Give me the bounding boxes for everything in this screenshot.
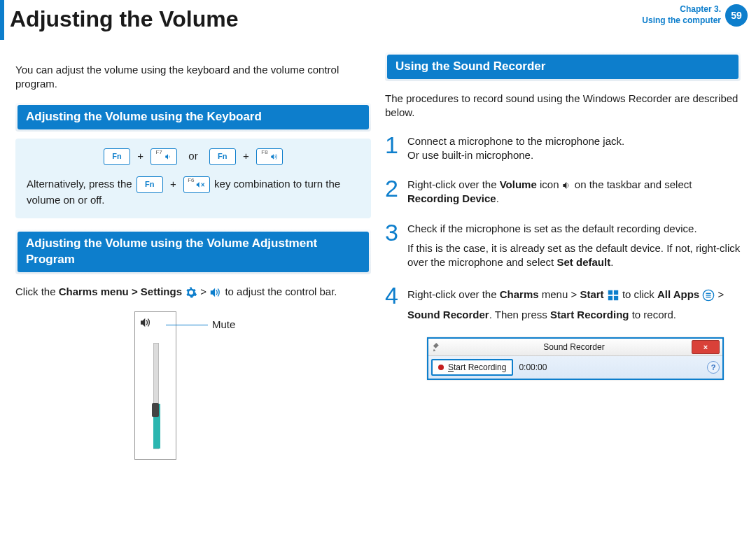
recorder-time: 0:00:00 [519,362,547,373]
settings-gear-icon [185,286,197,299]
recorder-title-text: Sound Recorder [442,341,692,353]
step-number: 4 [385,283,402,325]
fn-key: Fn [104,148,130,165]
keyboard-box: Fn + F7 or Fn + F8 Alternatively, press … [15,139,371,218]
alt-text: Alternatively, press the Fn + F6 key com… [27,176,360,207]
right-column: Using the Sound Recorder The procedures … [385,52,741,460]
volume-icon [209,286,222,299]
all-apps-icon [702,289,715,302]
help-button[interactable]: ? [707,361,720,374]
microphone-icon [433,342,442,352]
charms-text: Click the Charms menu > Settings > to ad… [15,285,371,299]
step-number: 3 [385,220,402,270]
step-4: 4 Right-click over the Charms menu > Sta… [385,283,741,325]
mute-icon [196,181,206,189]
section-keyboard: Adjusting the Volume using the Keyboard [15,103,371,132]
step-number: 1 [385,133,402,163]
page-title: Adjusting the Volume [4,4,642,34]
svg-rect-3 [614,296,618,300]
left-column: You can adjust the volume using the keyb… [15,52,371,460]
chapter-label: Chapter 3. [642,4,721,15]
chapter-info: Chapter 3. Using the computer 59 [642,4,748,27]
start-recording-button[interactable]: Start Recording [431,359,513,376]
svg-rect-1 [614,290,618,295]
fn-key-2: Fn [209,148,236,165]
recorder-titlebar: Sound Recorder × [428,339,722,356]
f8-key: F8 [256,148,283,165]
or-text: or [188,150,197,162]
f7-key: F7 [150,148,177,165]
step-number: 2 [385,176,402,206]
volume-slider-widget: Mute [134,311,176,460]
record-dot-icon [438,365,444,370]
page-header: Adjusting the Volume Chapter 3. Using th… [0,0,756,40]
svg-rect-0 [608,290,612,295]
recorder-body: Start Recording 0:00:00 ? [428,356,722,379]
recorder-intro: The procedures to record sound using the… [385,92,741,120]
volume-track [153,343,159,449]
close-button[interactable]: × [692,340,720,354]
windows-start-icon [607,289,620,302]
volume-widget-icon [139,316,155,329]
sound-recorder-window: Sound Recorder × Start Recording 0:00:00… [427,337,724,380]
intro-text: You can adjust the volume using the keyb… [15,63,371,92]
step-1: 1 Connect a microphone to the microphone… [385,133,741,163]
plus-sign: + [137,150,144,162]
callout-line [166,325,208,325]
plus-sign-2: + [243,150,249,162]
section-recorder: Using the Sound Recorder [385,52,741,81]
f6-key: F6 [183,176,210,193]
volume-down-icon [164,153,172,161]
chapter-subtitle: Using the computer [642,15,721,27]
step-2: 2 Right-click over the Volume icon on th… [385,176,741,206]
svg-rect-2 [608,296,612,300]
step-3: 3 Check if the microphone is set as the … [385,220,741,270]
volume-up-icon [270,153,278,161]
mute-label: Mute [212,318,235,332]
volume-thumb[interactable] [152,403,159,417]
fn-key-3: Fn [136,176,163,193]
speaker-icon [562,181,572,190]
section-program: Adjusting the Volume using the Volume Ad… [15,230,371,274]
page-number-badge: 59 [725,4,748,27]
